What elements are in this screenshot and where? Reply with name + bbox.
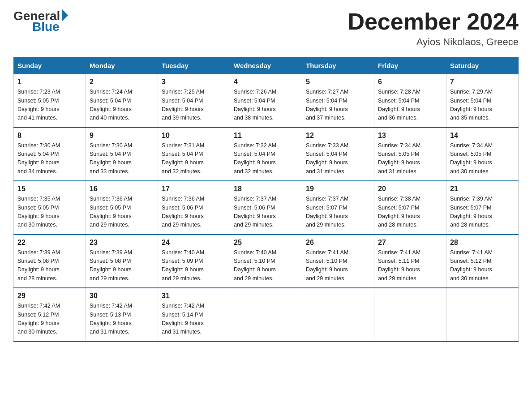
table-row: 9Sunrise: 7:30 AMSunset: 5:04 PMDaylight… (86, 128, 158, 181)
day-info: Sunrise: 7:42 AMSunset: 5:13 PMDaylight:… (90, 302, 154, 337)
day-info: Sunrise: 7:32 AMSunset: 5:04 PMDaylight:… (234, 141, 298, 176)
table-row: 17Sunrise: 7:36 AMSunset: 5:06 PMDayligh… (158, 181, 230, 235)
table-row: 28Sunrise: 7:41 AMSunset: 5:12 PMDayligh… (446, 235, 519, 288)
page-header: General Blue December 2024 Ayios Nikolao… (13, 9, 519, 48)
calendar-week-row: 29Sunrise: 7:42 AMSunset: 5:12 PMDayligh… (14, 288, 519, 342)
table-row: 18Sunrise: 7:37 AMSunset: 5:06 PMDayligh… (230, 181, 302, 235)
day-number: 31 (162, 292, 226, 300)
day-info: Sunrise: 7:40 AMSunset: 5:10 PMDaylight:… (234, 248, 298, 283)
day-info: Sunrise: 7:31 AMSunset: 5:04 PMDaylight:… (162, 141, 226, 176)
day-number: 19 (306, 185, 370, 193)
table-row: 8Sunrise: 7:30 AMSunset: 5:04 PMDaylight… (14, 128, 86, 181)
day-info: Sunrise: 7:39 AMSunset: 5:08 PMDaylight:… (17, 248, 82, 283)
day-number: 27 (378, 239, 442, 247)
table-row: 29Sunrise: 7:42 AMSunset: 5:12 PMDayligh… (14, 288, 86, 342)
table-row (374, 288, 446, 342)
day-number: 28 (450, 239, 515, 247)
day-info: Sunrise: 7:34 AMSunset: 5:05 PMDaylight:… (378, 141, 442, 176)
month-title: December 2024 (348, 9, 519, 34)
day-number: 8 (17, 132, 82, 140)
day-number: 12 (306, 132, 370, 140)
table-row: 23Sunrise: 7:39 AMSunset: 5:08 PMDayligh… (86, 235, 158, 288)
table-row: 25Sunrise: 7:40 AMSunset: 5:10 PMDayligh… (230, 235, 302, 288)
table-row: 16Sunrise: 7:36 AMSunset: 5:05 PMDayligh… (86, 181, 158, 235)
day-info: Sunrise: 7:39 AMSunset: 5:08 PMDaylight:… (90, 248, 154, 283)
table-row: 10Sunrise: 7:31 AMSunset: 5:04 PMDayligh… (158, 128, 230, 181)
day-number: 9 (90, 132, 154, 140)
day-info: Sunrise: 7:42 AMSunset: 5:12 PMDaylight:… (17, 302, 82, 337)
col-sunday: Sunday (14, 57, 86, 74)
logo-blue-text: Blue (32, 20, 60, 34)
calendar-table: Sunday Monday Tuesday Wednesday Thursday… (13, 57, 519, 342)
col-monday: Monday (86, 57, 158, 74)
day-number: 11 (234, 132, 298, 140)
day-number: 24 (162, 239, 226, 247)
day-info: Sunrise: 7:41 AMSunset: 5:12 PMDaylight:… (450, 248, 515, 283)
day-info: Sunrise: 7:39 AMSunset: 5:07 PMDaylight:… (450, 195, 515, 230)
day-number: 20 (378, 185, 442, 193)
day-info: Sunrise: 7:41 AMSunset: 5:10 PMDaylight:… (306, 248, 370, 283)
table-row: 21Sunrise: 7:39 AMSunset: 5:07 PMDayligh… (446, 181, 519, 235)
day-info: Sunrise: 7:25 AMSunset: 5:04 PMDaylight:… (162, 88, 226, 123)
table-row (446, 288, 519, 342)
day-number: 26 (306, 239, 370, 247)
table-row: 30Sunrise: 7:42 AMSunset: 5:13 PMDayligh… (86, 288, 158, 342)
calendar-week-row: 15Sunrise: 7:35 AMSunset: 5:05 PMDayligh… (14, 181, 519, 235)
day-number: 16 (90, 185, 154, 193)
day-number: 21 (450, 185, 515, 193)
day-number: 13 (378, 132, 442, 140)
day-number: 10 (162, 132, 226, 140)
day-number: 6 (378, 78, 442, 86)
day-info: Sunrise: 7:35 AMSunset: 5:05 PMDaylight:… (17, 195, 82, 230)
calendar-week-row: 8Sunrise: 7:30 AMSunset: 5:04 PMDaylight… (14, 128, 519, 181)
calendar-header-row: Sunday Monday Tuesday Wednesday Thursday… (14, 57, 519, 74)
table-row: 26Sunrise: 7:41 AMSunset: 5:10 PMDayligh… (302, 235, 374, 288)
day-info: Sunrise: 7:30 AMSunset: 5:04 PMDaylight:… (90, 141, 154, 176)
col-tuesday: Tuesday (158, 57, 230, 74)
day-number: 5 (306, 78, 370, 86)
day-number: 7 (450, 78, 515, 86)
day-info: Sunrise: 7:37 AMSunset: 5:07 PMDaylight:… (306, 195, 370, 230)
day-number: 1 (17, 78, 82, 86)
day-number: 2 (90, 78, 154, 86)
table-row (230, 288, 302, 342)
table-row: 2Sunrise: 7:24 AMSunset: 5:04 PMDaylight… (86, 74, 158, 128)
day-info: Sunrise: 7:36 AMSunset: 5:05 PMDaylight:… (90, 195, 154, 230)
day-number: 14 (450, 132, 515, 140)
table-row: 1Sunrise: 7:23 AMSunset: 5:05 PMDaylight… (14, 74, 86, 128)
logo-arrow-icon (62, 9, 68, 21)
table-row: 15Sunrise: 7:35 AMSunset: 5:05 PMDayligh… (14, 181, 86, 235)
day-info: Sunrise: 7:37 AMSunset: 5:06 PMDaylight:… (234, 195, 298, 230)
table-row: 31Sunrise: 7:42 AMSunset: 5:14 PMDayligh… (158, 288, 230, 342)
title-section: December 2024 Ayios Nikolaos, Greece (348, 9, 519, 48)
calendar-week-row: 22Sunrise: 7:39 AMSunset: 5:08 PMDayligh… (14, 235, 519, 288)
day-info: Sunrise: 7:38 AMSunset: 5:07 PMDaylight:… (378, 195, 442, 230)
table-row: 12Sunrise: 7:33 AMSunset: 5:04 PMDayligh… (302, 128, 374, 181)
day-info: Sunrise: 7:24 AMSunset: 5:04 PMDaylight:… (90, 88, 154, 123)
day-info: Sunrise: 7:41 AMSunset: 5:11 PMDaylight:… (378, 248, 442, 283)
table-row: 22Sunrise: 7:39 AMSunset: 5:08 PMDayligh… (14, 235, 86, 288)
day-number: 3 (162, 78, 226, 86)
day-info: Sunrise: 7:40 AMSunset: 5:09 PMDaylight:… (162, 248, 226, 283)
day-info: Sunrise: 7:27 AMSunset: 5:04 PMDaylight:… (306, 88, 370, 123)
day-info: Sunrise: 7:34 AMSunset: 5:05 PMDaylight:… (450, 141, 515, 176)
col-wednesday: Wednesday (230, 57, 302, 74)
table-row: 4Sunrise: 7:26 AMSunset: 5:04 PMDaylight… (230, 74, 302, 128)
day-number: 23 (90, 239, 154, 247)
day-number: 15 (17, 185, 82, 193)
col-friday: Friday (374, 57, 446, 74)
day-number: 25 (234, 239, 298, 247)
day-info: Sunrise: 7:29 AMSunset: 5:04 PMDaylight:… (450, 88, 515, 123)
table-row: 3Sunrise: 7:25 AMSunset: 5:04 PMDaylight… (158, 74, 230, 128)
table-row: 6Sunrise: 7:28 AMSunset: 5:04 PMDaylight… (374, 74, 446, 128)
day-info: Sunrise: 7:30 AMSunset: 5:04 PMDaylight:… (17, 141, 82, 176)
table-row: 5Sunrise: 7:27 AMSunset: 5:04 PMDaylight… (302, 74, 374, 128)
day-info: Sunrise: 7:42 AMSunset: 5:14 PMDaylight:… (162, 302, 226, 337)
day-info: Sunrise: 7:33 AMSunset: 5:04 PMDaylight:… (306, 141, 370, 176)
table-row: 19Sunrise: 7:37 AMSunset: 5:07 PMDayligh… (302, 181, 374, 235)
table-row (302, 288, 374, 342)
logo: General Blue (13, 9, 68, 34)
day-info: Sunrise: 7:36 AMSunset: 5:06 PMDaylight:… (162, 195, 226, 230)
table-row: 20Sunrise: 7:38 AMSunset: 5:07 PMDayligh… (374, 181, 446, 235)
day-info: Sunrise: 7:23 AMSunset: 5:05 PMDaylight:… (17, 88, 82, 123)
